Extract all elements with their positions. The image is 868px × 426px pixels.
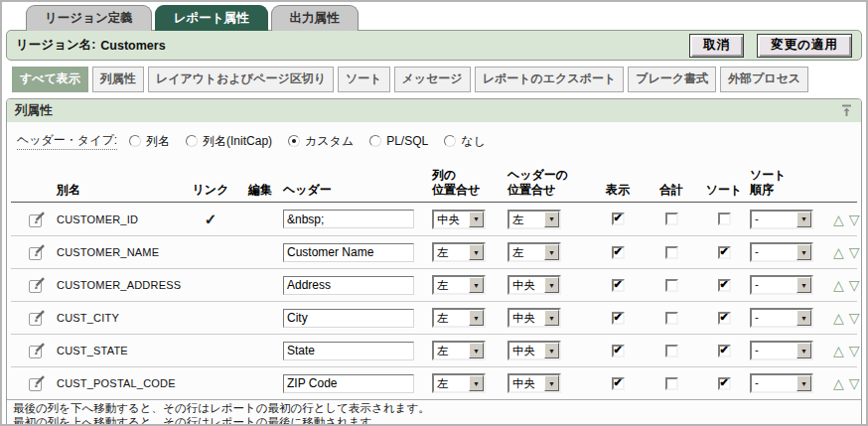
show-checkbox[interactable]: [612, 213, 625, 225]
header-text-input[interactable]: [283, 276, 414, 295]
header-align-select[interactable]: 左: [507, 210, 561, 229]
header-align-select[interactable]: 中央: [507, 373, 561, 393]
column-header: リンク: [193, 183, 229, 198]
sort-sequence-select[interactable]: -: [750, 210, 813, 229]
dropdown-arrow-icon: [469, 375, 484, 391]
sum-checkbox[interactable]: [665, 312, 678, 325]
edit-column-icon[interactable]: [27, 373, 47, 393]
sort-checkbox[interactable]: [718, 345, 731, 357]
header-align-select[interactable]: 中央: [507, 341, 561, 360]
move-down-icon[interactable]: [849, 311, 860, 325]
sort-cell: [698, 203, 750, 235]
move-down-icon[interactable]: [849, 278, 860, 292]
sum-checkbox[interactable]: [665, 213, 678, 225]
sort-checkbox[interactable]: [718, 377, 731, 390]
header-text-input[interactable]: [283, 309, 414, 328]
sort-sequence-value: -: [752, 277, 796, 293]
attribute-subtab[interactable]: 外部プロセス: [720, 67, 808, 92]
page-tab[interactable]: リージョン定義: [26, 5, 152, 31]
column-align-select[interactable]: 左: [432, 242, 486, 262]
show-checkbox[interactable]: [612, 279, 625, 292]
attribute-subtab[interactable]: すべて表示: [12, 67, 88, 92]
sort-checkbox[interactable]: [718, 246, 731, 259]
edit-column-icon[interactable]: [27, 242, 47, 262]
edit-column-icon[interactable]: [27, 275, 47, 295]
move-cell: [827, 302, 860, 334]
show-checkbox[interactable]: [612, 246, 625, 259]
move-down-icon[interactable]: [849, 245, 860, 259]
column-align-select[interactable]: 中央: [432, 210, 486, 229]
sort-sequence-select[interactable]: -: [750, 308, 813, 328]
sort-seq-cell: -: [750, 236, 827, 268]
edit-flag-cell: [237, 203, 283, 235]
header-align-select[interactable]: 左: [507, 242, 561, 262]
panel-header: 列属性: [7, 99, 861, 122]
column-align-select[interactable]: 左: [432, 275, 486, 295]
move-down-icon[interactable]: [849, 376, 860, 390]
attribute-subtab[interactable]: 列属性: [92, 67, 144, 92]
attribute-subtab[interactable]: ブレーク書式: [628, 67, 716, 92]
dropdown-arrow-icon: [544, 212, 559, 227]
header-align-select[interactable]: 中央: [507, 308, 561, 328]
attribute-subtab[interactable]: レイアウトおよびページ区切り: [148, 67, 334, 92]
sort-checkbox[interactable]: [718, 312, 731, 325]
move-down-icon[interactable]: [849, 344, 860, 357]
sort-sequence-select[interactable]: -: [750, 242, 813, 262]
header-text-input[interactable]: [283, 374, 414, 393]
column-align-select[interactable]: 左: [432, 341, 486, 360]
show-checkbox[interactable]: [612, 377, 625, 390]
column-alias: CUSTOMER_ID: [57, 213, 138, 225]
radio-button[interactable]: [186, 135, 198, 147]
sort-cell: [698, 367, 750, 399]
column-header: ヘッダー: [283, 183, 432, 198]
cancel-button[interactable]: 取消: [689, 34, 744, 58]
radio-button[interactable]: [288, 135, 300, 147]
page-tab[interactable]: 出力属性: [271, 5, 359, 31]
apply-changes-button[interactable]: 変更の適用: [757, 34, 852, 58]
header-text-input[interactable]: [283, 210, 414, 228]
attribute-subtab[interactable]: メッセージ: [394, 67, 471, 92]
dropdown-arrow-icon: [796, 310, 811, 326]
scroll-to-top-icon[interactable]: [840, 104, 853, 117]
table-row: CUSTOMER_ADDRESS ✓ 左: [11, 268, 857, 301]
attribute-subtab[interactable]: ソート: [338, 67, 390, 92]
page-tab[interactable]: レポート属性: [155, 5, 268, 31]
move-up-icon[interactable]: [833, 245, 844, 259]
sort-checkbox[interactable]: [718, 279, 731, 292]
move-up-icon[interactable]: [833, 213, 844, 226]
sum-checkbox[interactable]: [665, 345, 678, 357]
header-text-input[interactable]: [283, 342, 414, 360]
edit-column-icon[interactable]: [27, 308, 47, 328]
header-text-input[interactable]: [283, 243, 414, 262]
attribute-subtab[interactable]: レポートのエクスポート: [475, 67, 625, 92]
header-type-help-link[interactable]: ヘッダー・タイプ:: [17, 132, 117, 150]
sum-cell: [645, 236, 698, 268]
sort-sequence-select[interactable]: -: [750, 341, 813, 360]
move-up-icon[interactable]: [833, 278, 844, 292]
move-up-icon[interactable]: [833, 376, 844, 390]
sort-checkbox[interactable]: [718, 213, 731, 225]
edit-column-icon[interactable]: [27, 341, 47, 360]
dropdown-arrow-icon: [544, 343, 559, 358]
radio-button[interactable]: [129, 135, 141, 147]
edit-column-icon[interactable]: [27, 210, 47, 229]
show-checkbox[interactable]: [612, 312, 625, 325]
column-align-select[interactable]: 左: [432, 373, 486, 393]
sort-sequence-select[interactable]: -: [750, 373, 813, 393]
move-up-icon[interactable]: [833, 311, 844, 325]
move-down-icon[interactable]: [849, 213, 860, 226]
sum-checkbox[interactable]: [665, 377, 678, 390]
edit-cell: [17, 367, 57, 399]
sum-checkbox[interactable]: [665, 246, 678, 259]
radio-button[interactable]: [369, 135, 381, 147]
move-up-icon[interactable]: [833, 344, 844, 357]
header-align-value: 左: [509, 212, 544, 227]
sort-sequence-select[interactable]: -: [750, 275, 813, 295]
sum-checkbox[interactable]: [665, 279, 678, 292]
column-align-value: 中央: [434, 212, 469, 227]
show-checkbox[interactable]: [612, 345, 625, 357]
header-align-select[interactable]: 中央: [507, 275, 561, 295]
column-align-select[interactable]: 左: [432, 308, 486, 328]
column-align-value: 左: [434, 343, 469, 358]
radio-button[interactable]: [444, 135, 456, 147]
